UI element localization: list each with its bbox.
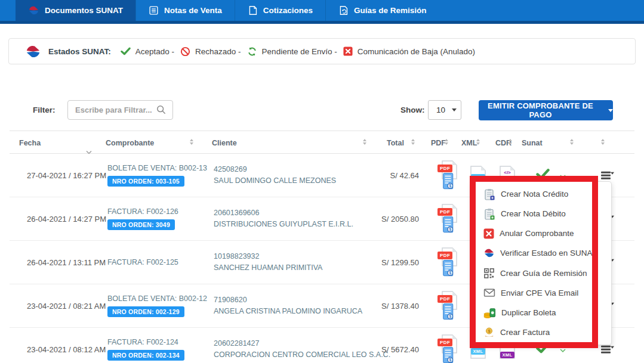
- emit-comprobante-button[interactable]: EMITIR COMPROBANTE DE PAGO: [479, 100, 613, 120]
- pdf-file-icon[interactable]: PDF: [437, 160, 459, 190]
- row-fecha: 23-04-2021 / 08:21 AM: [27, 302, 106, 311]
- cdr-badge: XML: [500, 352, 514, 358]
- header-total[interactable]: Total: [387, 131, 404, 154]
- pdf-badge: PDF: [437, 208, 452, 216]
- header-fecha[interactable]: Fecha: [19, 131, 41, 154]
- tab-cotizaciones[interactable]: Cotizaciones: [235, 0, 325, 21]
- row-fecha: 23-04-2021 / 08:12 AM: [27, 345, 106, 354]
- menu-item-crear-nota-debito[interactable]: Crear Nota Débito: [472, 204, 611, 224]
- row-total: S/ 1378.40: [368, 302, 419, 311]
- credit-note-icon: [483, 188, 495, 200]
- row-ruc: 42508269: [214, 164, 336, 175]
- pdf-file-icon[interactable]: PDF: [437, 291, 459, 321]
- sunat-logo-icon: [28, 5, 39, 16]
- row-comprobante-cell: FACTURA: F002-126 NRO ORDEN: 3049: [107, 207, 178, 230]
- row-ruc: 20602281427: [214, 338, 390, 349]
- pdf-file-icon[interactable]: PDF: [437, 204, 459, 234]
- sort-descending-icon[interactable]: [86, 131, 92, 154]
- row-actions-menu-button[interactable]: [601, 346, 614, 353]
- row-actions-menu-button[interactable]: [601, 172, 614, 179]
- header-comprobante[interactable]: Comprobante: [106, 131, 154, 154]
- tab-notas-de-venta[interactable]: Notas de Venta: [135, 0, 235, 21]
- hamburger-icon: [601, 346, 611, 353]
- menu-item-enviar-cpe-email[interactable]: Enviar CPE Via Email: [472, 283, 611, 303]
- row-comprobante-cell: BOLETA DE VENTA: B002-13 NRO ORDEN: 003-…: [107, 164, 207, 187]
- row-comprobante: FACTURA: F002-126: [107, 207, 178, 216]
- table-toolbar: Filter: Show: 10 EMITIR COMPROBANTE DE P…: [0, 100, 644, 120]
- menu-item-label: Verificar Estado en SUNAT: [500, 249, 597, 257]
- tab-guias-de-remision[interactable]: Guías de Remisión: [325, 0, 439, 21]
- blocked-icon: [180, 46, 190, 57]
- row-cliente-cell: 71908620 ANGELA CRISTINA PALOMINO INGARU…: [214, 294, 362, 318]
- check-icon: [121, 47, 131, 55]
- menu-item-verificar-estado-sunat[interactable]: Verificar Estado en SUNAT: [472, 243, 611, 263]
- row-comprobante-cell: FACTURA: F002-124 NRO ORDEN: 002-134: [107, 338, 184, 361]
- top-navigation-bar: Documentos SUNAT Notas de Venta Cotizaci…: [0, 0, 644, 21]
- coin-hand-icon: [483, 327, 495, 338]
- tab-label: Documentos SUNAT: [45, 6, 123, 15]
- order-number-badge: NRO ORDEN: 002-134: [107, 350, 184, 361]
- debit-note-icon: [483, 208, 495, 220]
- receipt-icon: [443, 216, 454, 233]
- tab-label: Notas de Venta: [164, 6, 222, 15]
- row-fecha: 27-04-2021 / 16:27 PM: [27, 171, 106, 180]
- row-cliente: CORPORACION CENTRO COMERCIAL LEO S.A.C.: [214, 349, 390, 361]
- qr-code-icon: [483, 268, 495, 279]
- sunat-accepted-icon: [536, 169, 550, 182]
- order-number-badge: NRO ORDEN: 3049: [107, 219, 175, 230]
- status-label: Pendiente de Envío -: [262, 47, 337, 56]
- tab-label: Cotizaciones: [263, 6, 313, 15]
- header-cliente[interactable]: Cliente: [212, 131, 237, 154]
- menu-item-label: Crear Guía de Remisión: [500, 269, 587, 278]
- tab-label: Guías de Remisión: [354, 6, 427, 15]
- header-pdf[interactable]: PDF: [431, 131, 446, 154]
- xml-badge: XML: [471, 348, 485, 355]
- pdf-badge: PDF: [437, 252, 452, 259]
- receipt-icon: [443, 260, 454, 277]
- row-total: S/ 5672.40: [368, 345, 419, 354]
- document-page-icon: [248, 5, 258, 15]
- menu-item-crear-factura[interactable]: Crear Factura: [472, 322, 611, 342]
- refresh-icon: [247, 46, 257, 57]
- status-label: Comunicación de Baja (Anulado): [358, 47, 475, 56]
- row-total: S/ 42.64: [368, 171, 419, 180]
- chevron-down-icon[interactable]: [560, 170, 566, 181]
- page-size-select[interactable]: 10: [428, 100, 461, 120]
- header-xml[interactable]: XML: [461, 131, 477, 154]
- chevron-down-icon[interactable]: [560, 344, 566, 355]
- row-cliente-cell: 20601369606 DISTRIBUCIONES GUIYUPLAST E.…: [214, 207, 353, 231]
- chevron-down-icon: [608, 109, 613, 112]
- pdf-badge: PDF: [437, 295, 452, 303]
- table-header-row: Fecha Comprobante Cliente Total PDF XML …: [10, 131, 634, 154]
- menu-item-duplicar-boleta[interactable]: Duplicar Boleta: [472, 303, 611, 322]
- pdf-file-icon[interactable]: PDF: [437, 247, 459, 277]
- row-comprobante: BOLETA DE VENTA: B002-12: [107, 294, 207, 303]
- sunat-logo-icon: [483, 247, 495, 259]
- chevron-down-icon: [611, 346, 614, 349]
- hamburger-icon: [601, 172, 611, 179]
- menu-item-anular-comprobante[interactable]: Anular Comprobante: [472, 224, 611, 243]
- status-label: Rechazado -: [195, 47, 241, 56]
- row-fecha: 26-04-2021 / 13:11 PM: [27, 258, 106, 267]
- row-comprobante-cell: FACTURA: F002-125: [107, 258, 178, 266]
- receipt-icon: [443, 347, 454, 363]
- receipt-icon: [443, 303, 454, 320]
- row-comprobante-cell: BOLETA DE VENTA: B002-12 NRO ORDEN: 002-…: [107, 294, 207, 317]
- header-sunat[interactable]: Sunat: [522, 131, 543, 154]
- menu-item-crear-nota-credito[interactable]: Crear Nota Crédito: [472, 184, 611, 204]
- status-aceptado: Aceptado -: [121, 47, 174, 56]
- row-cliente: SAUL DOMINGO CALLE MEZONES: [214, 175, 336, 187]
- tab-documentos-sunat[interactable]: Documentos SUNAT: [16, 0, 135, 21]
- pdf-file-icon[interactable]: PDF: [437, 334, 459, 363]
- chevron-down-icon: [611, 172, 614, 175]
- menu-item-crear-guia-remision[interactable]: Crear Guía de Remisión: [472, 263, 611, 283]
- emit-button-label: EMITIR COMPROBANTE DE PAGO: [479, 101, 602, 119]
- row-cliente-cell: 42508269 SAUL DOMINGO CALLE MEZONES: [214, 164, 336, 187]
- chevron-down-icon: [452, 108, 457, 111]
- filter-label: Filter:: [33, 106, 56, 114]
- row-ruc: 20601369606: [214, 207, 353, 219]
- row-fecha: 26-04-2021 / 14:27 PM: [27, 215, 106, 224]
- topbar-bottom-strip: [0, 21, 644, 24]
- cancel-icon: [483, 228, 494, 239]
- sunat-status-legend: Estados SUNAT: Aceptado - Rechazado - Pe…: [8, 38, 636, 64]
